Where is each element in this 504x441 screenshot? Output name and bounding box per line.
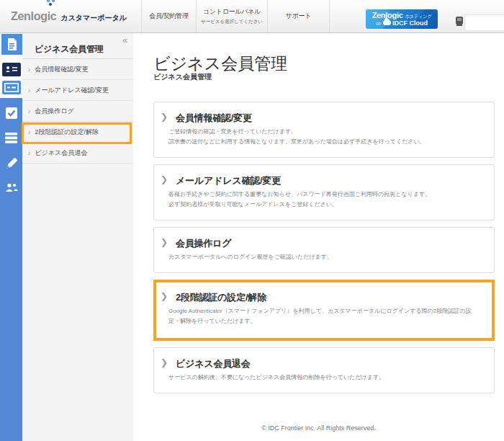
card-desc: サービスの解約後、不要になったビジネス会員情報の削除を行っていただけます。 [168,373,480,383]
header: Zenlogic カスタマーポータル 会員/契約管理 コントロールパネル サービ… [0,0,504,33]
breadcrumb: ビジネス会員管理 [153,72,495,81]
card-title: 会員情報確認/変更 [176,112,480,125]
card-title: 2段階認証の設定/解除 [176,291,480,304]
pen-icon[interactable] [0,158,22,169]
sidebar-item-label: 2段階認証の設定/解除 [35,128,99,137]
card-member-info[interactable]: ❯ 会員情報確認/変更 ご登録情報の確認・変更を行っていただけます。 請求書の送… [153,102,495,158]
nav-member-contract[interactable]: 会員/契約管理 [141,0,196,32]
sidebar: « ビジネス会員管理 › 会員情報確認/変更 › メールアドレス確認/変更 › … [22,33,133,441]
collapse-icon[interactable]: « [122,35,127,45]
sidebar-item-member-info[interactable]: › 会員情報確認/変更 [22,59,133,80]
card-desc: ご登録情報の確認・変更を行っていただけます。 請求書の送付などに利用する情報とな… [168,127,480,147]
user-menu-icon[interactable] [456,17,463,24]
card-operation-log[interactable]: ❯ 会員操作ログ カスタマーポータルへのログイン履歴をご確認いただけます。 [153,227,495,273]
list-icon[interactable] [0,133,22,143]
checkbox-icon[interactable] [0,107,22,119]
sidebar-item-label: ビジネス会員退会 [35,148,87,158]
sidebar-header: « ビジネス会員管理 [22,33,133,59]
badge-suffix: ホスティング [405,14,431,19]
chevron-right-icon: ❯ [161,291,168,301]
chevron-right-icon: › [28,128,30,136]
card-title: 会員操作ログ [176,237,480,250]
nav-label: サポート [286,12,311,21]
icon-rail [0,33,22,441]
panel-icon[interactable] [2,81,21,94]
users-icon[interactable] [0,183,22,192]
sidebar-item-operation-log[interactable]: › 会員操作ログ [22,101,133,122]
sidebar-item-label: 会員操作ログ [35,107,73,116]
nav-support[interactable]: サポート [267,0,330,32]
logo[interactable]: Zenlogic カスタマーポータル [11,0,127,32]
card-list: ❯ 会員情報確認/変更 ご登録情報の確認・変更を行っていただけます。 請求書の送… [153,102,495,393]
zenlogic-idcf-badge[interactable]: Zenlogic ホスティング on IDCF Cloud [366,9,438,29]
nav-label: 会員/契約管理 [149,12,188,21]
sidebar-item-label: メールアドレス確認/変更 [35,86,109,95]
logo-brand: Zenlogic [11,10,56,23]
user-menu-box[interactable] [464,14,504,31]
badge-cloud-name: IDCF Cloud [392,20,428,27]
header-nav: 会員/契約管理 コントロールパネル サービスを選択してください サポート [141,0,330,32]
chevron-right-icon: › [28,86,30,94]
chevron-right-icon: › [28,149,30,157]
chevron-right-icon: › [28,107,30,115]
sidebar-item-withdrawal[interactable]: › ビジネス会員退会 [22,143,133,164]
nav-label: コントロールパネル [203,7,261,17]
sidebar-item-email[interactable]: › メールアドレス確認/変更 [22,80,133,101]
sidebar-title: ビジネス会員管理 [35,43,104,55]
chevron-right-icon: › [28,66,30,74]
logo-subtitle: カスタマーポータル [60,10,127,23]
page: Zenlogic カスタマーポータル 会員/契約管理 コントロールパネル サービ… [0,0,504,441]
logo-dots-icon [47,0,57,6]
card-two-factor[interactable]: ❯ 2段階認証の設定/解除 Google Authenticator（スマートフ… [153,280,495,341]
document-icon[interactable] [1,34,22,55]
card-email[interactable]: ❯ メールアドレス確認/変更 各種お手続きやご契約に関する重要なお知らせ、パスワ… [153,164,495,220]
card-withdrawal[interactable]: ❯ ビジネス会員退会 サービスの解約後、不要になったビジネス会員情報の削除を行っ… [153,347,495,393]
nav-control-panel[interactable]: コントロールパネル サービスを選択してください [196,0,267,32]
card-desc: カスタマーポータルへのログイン履歴をご確認いただけます。 [168,252,480,262]
cloud-icon [383,20,391,25]
card-title: ビジネス会員退会 [176,357,480,370]
card-title: メールアドレス確認/変更 [176,174,480,187]
footer-copyright: © IDC Frontier Inc. All Rights Reserved. [133,424,504,432]
card-desc: 各種お手続きやご契約に関する重要なお知らせ、パスワード再発行画面ご利用時の宛先と… [168,190,480,210]
chevron-right-icon: ❯ [161,237,168,247]
sidebar-item-label: 会員情報確認/変更 [35,65,89,74]
id-card-icon[interactable] [2,63,21,76]
card-desc: Google Authenticator（スマートフォンアプリ）を利用して、カス… [168,306,480,326]
chevron-right-icon: ❯ [161,112,168,122]
chevron-right-icon: ❯ [161,174,168,184]
page-title: ビジネス会員管理 [153,55,495,72]
nav-sublabel: サービスを選択してください [201,19,263,25]
main-content: ビジネス会員管理 ビジネス会員管理 ❯ 会員情報確認/変更 ご登録情報の確認・変… [133,33,504,441]
badge-on: on [376,22,381,27]
sidebar-item-two-factor[interactable]: › 2段階認証の設定/解除 [22,122,133,143]
chevron-right-icon: ❯ [161,357,168,368]
